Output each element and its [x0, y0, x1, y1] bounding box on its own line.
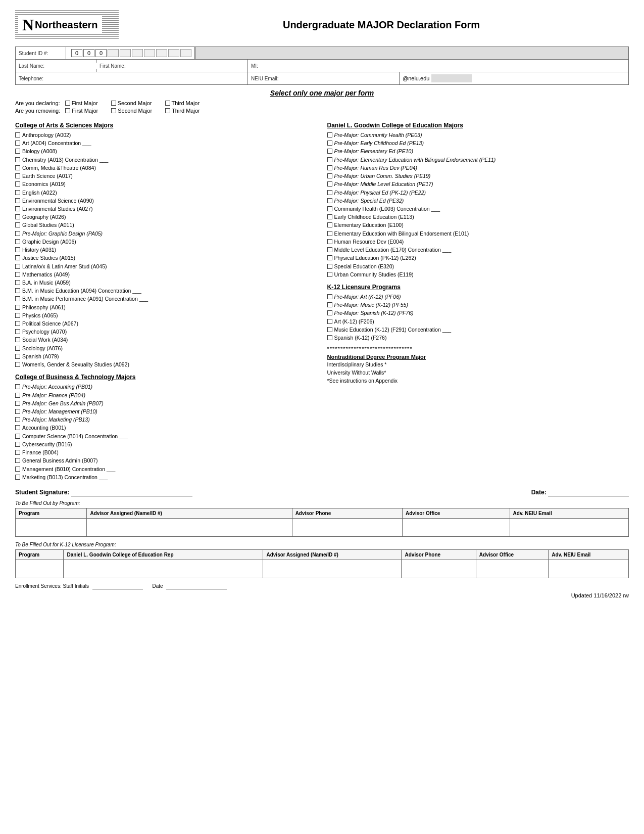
checkbox-icon[interactable] [15, 288, 20, 293]
checkbox-icon[interactable] [15, 173, 20, 178]
checkbox-icon[interactable] [15, 384, 20, 389]
checkbox-icon[interactable] [15, 467, 20, 472]
removing-second-checkbox[interactable] [111, 108, 116, 113]
checkbox-icon[interactable] [327, 165, 332, 170]
checkbox-icon[interactable] [327, 319, 332, 324]
removing-first-label[interactable]: First Major [65, 108, 98, 114]
checkbox-icon[interactable] [327, 255, 332, 260]
checkbox-icon[interactable] [15, 409, 20, 414]
checkbox-icon[interactable] [15, 321, 20, 326]
id-box-4[interactable] [108, 49, 119, 57]
checkbox-icon[interactable] [15, 132, 20, 137]
checkbox-icon[interactable] [327, 214, 332, 219]
id-box-2[interactable]: 0 [83, 49, 94, 57]
checkbox-icon[interactable] [15, 346, 20, 351]
checkbox-icon[interactable] [327, 222, 332, 227]
checkbox-icon[interactable] [327, 141, 332, 146]
mi-input[interactable] [258, 63, 288, 69]
checkbox-icon[interactable] [327, 327, 332, 332]
checkbox-icon[interactable] [15, 442, 20, 447]
checkbox-icon[interactable] [15, 141, 20, 146]
checkbox-icon[interactable] [327, 198, 332, 203]
checkbox-icon[interactable] [15, 362, 20, 367]
checkbox-icon[interactable] [15, 434, 20, 439]
id-box-3[interactable]: 0 [95, 49, 107, 57]
checkbox-icon[interactable] [15, 296, 20, 301]
id-box-9[interactable] [168, 49, 179, 57]
checkbox-icon[interactable] [327, 206, 332, 211]
k12-advisor-office-cell [476, 560, 548, 578]
k12-col-advisor-office: Advisor Office [476, 549, 548, 560]
checkbox-icon[interactable] [15, 475, 20, 480]
removing-first-checkbox[interactable] [65, 108, 70, 113]
checkbox-icon[interactable] [15, 198, 20, 203]
checkbox-icon[interactable] [327, 239, 332, 244]
checkbox-icon[interactable] [15, 264, 20, 269]
removing-third-label[interactable]: Third Major [165, 108, 200, 114]
email-input[interactable] [278, 75, 329, 81]
list-item: Pre-Major: Elementary Ed (PE10) [327, 148, 629, 155]
list-item: Elementary Education (E100) [327, 221, 629, 229]
checkbox-icon[interactable] [327, 264, 332, 269]
checkbox-icon[interactable] [327, 310, 332, 315]
id-box-5[interactable] [120, 49, 131, 57]
checkbox-icon[interactable] [327, 294, 332, 299]
item-label: Physics (A065) [22, 312, 58, 319]
checkbox-icon[interactable] [15, 239, 20, 244]
checkbox-icon[interactable] [15, 417, 20, 422]
id-box-8[interactable] [156, 49, 167, 57]
checkbox-icon[interactable] [15, 181, 20, 187]
checkbox-icon[interactable] [15, 280, 20, 285]
id-box-7[interactable] [144, 49, 155, 57]
checkbox-icon[interactable] [327, 302, 332, 307]
checkbox-icon[interactable] [15, 393, 20, 398]
checkbox-icon[interactable] [327, 157, 332, 162]
checkbox-icon[interactable] [15, 255, 20, 260]
checkbox-icon[interactable] [15, 313, 20, 318]
id-box-10[interactable] [180, 49, 191, 57]
checkbox-icon[interactable] [15, 305, 20, 310]
checkbox-icon[interactable] [15, 458, 20, 463]
checkbox-icon[interactable] [15, 337, 20, 342]
checkbox-icon[interactable] [327, 247, 332, 252]
checkbox-icon[interactable] [327, 149, 332, 154]
list-item: General Business Admin (B007) [15, 457, 317, 465]
id-box-1[interactable]: 0 [71, 49, 82, 57]
checkbox-icon[interactable] [327, 132, 332, 137]
id-box-6[interactable] [132, 49, 143, 57]
checkbox-icon[interactable] [15, 157, 20, 162]
checkbox-icon[interactable] [15, 190, 20, 195]
checkbox-icon[interactable] [15, 329, 20, 334]
list-item: Justice Studies (A015) [15, 254, 317, 262]
checkbox-icon[interactable] [15, 165, 20, 170]
declaring-first-checkbox[interactable] [65, 101, 70, 106]
checkbox-icon[interactable] [15, 401, 20, 406]
checkbox-icon[interactable] [15, 425, 20, 430]
declaring-second-checkbox[interactable] [111, 101, 116, 106]
declaring-second-label[interactable]: Second Major [111, 100, 152, 106]
checkbox-icon[interactable] [15, 222, 20, 227]
checkbox-icon[interactable] [327, 190, 332, 195]
checkbox-icon[interactable] [327, 181, 332, 187]
checkbox-icon[interactable] [15, 149, 20, 154]
declaring-third-label[interactable]: Third Major [165, 100, 200, 106]
at-neiu-text: @neiu.edu [403, 75, 429, 81]
checkbox-icon[interactable] [15, 354, 20, 359]
checkbox-icon[interactable] [15, 450, 20, 455]
checkbox-icon[interactable] [327, 335, 332, 340]
checkbox-icon[interactable] [15, 272, 20, 277]
checkbox-icon[interactable] [327, 272, 332, 277]
checkbox-icon[interactable] [327, 231, 332, 236]
removing-second-label[interactable]: Second Major [111, 108, 152, 114]
telephone-input[interactable] [43, 75, 195, 81]
removing-third-checkbox[interactable] [165, 108, 170, 113]
declaring-first-label[interactable]: First Major [65, 100, 98, 106]
k12-advisor-phone-cell [402, 560, 476, 578]
checkbox-icon[interactable] [15, 231, 20, 236]
checkbox-icon[interactable] [15, 247, 20, 252]
checkbox-icon[interactable] [327, 173, 332, 178]
checkbox-icon[interactable] [15, 214, 20, 219]
declaring-third-checkbox[interactable] [165, 101, 170, 106]
checkbox-icon[interactable] [15, 206, 20, 211]
first-name-input[interactable] [126, 63, 227, 69]
